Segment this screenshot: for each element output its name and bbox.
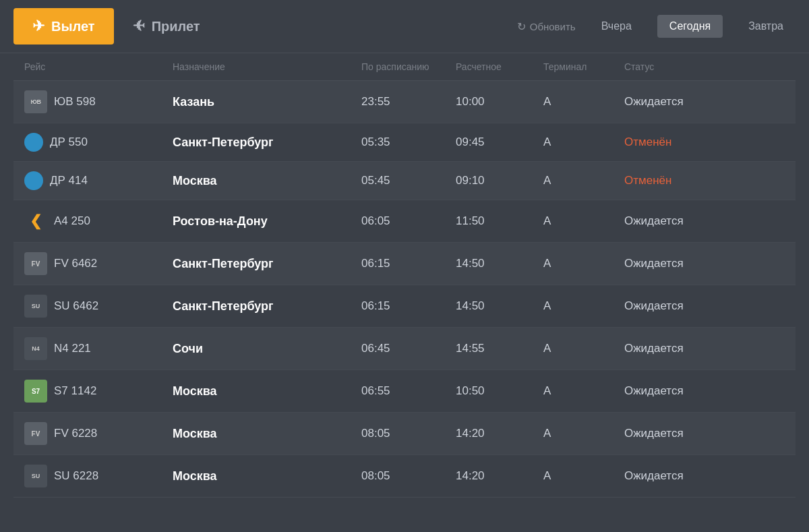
status-cell: Ожидается — [624, 427, 785, 440]
table-row[interactable]: N4 N4 221 Сочи 06:45 14:55 А Ожидается — [13, 328, 796, 370]
terminal-cell: А — [543, 95, 624, 109]
airline-icon — [24, 171, 43, 190]
terminal-cell: А — [543, 427, 624, 440]
status-cell: Ожидается — [624, 95, 785, 109]
col-scheduled: По расписанию — [361, 61, 456, 72]
destination-cell: Ростов-на-Дону — [173, 214, 361, 229]
terminal-cell: А — [543, 257, 624, 270]
table-row[interactable]: SU SU 6228 Москва 08:05 14:20 А Ожидаетс… — [13, 455, 796, 498]
flight-cell: FV FV 6462 — [24, 252, 173, 275]
status-cell: Ожидается — [624, 342, 785, 355]
flight-cell: SU SU 6228 — [24, 465, 173, 487]
scheduled-cell: 05:45 — [361, 174, 456, 187]
terminal-cell: А — [543, 384, 624, 398]
airline-icon: ❮ — [24, 210, 47, 233]
table-row[interactable]: S7 S7 1142 Москва 06:55 10:50 А Ожидаетс… — [13, 370, 796, 413]
flight-cell: ДР 414 — [24, 171, 173, 190]
destination-cell: Москва — [173, 174, 361, 188]
yesterday-button[interactable]: Вчера — [589, 15, 644, 38]
tab-arrival[interactable]: ✈ Прилет — [114, 8, 219, 45]
tomorrow-button[interactable]: Завтра — [736, 15, 796, 38]
scheduled-cell: 06:15 — [361, 299, 456, 313]
col-status: Статус — [624, 61, 785, 72]
flight-number: S7 1142 — [54, 384, 96, 398]
status-cell: Отменён — [624, 174, 785, 187]
flight-number: FV 6228 — [54, 427, 97, 440]
terminal-cell: А — [543, 299, 624, 313]
table-row[interactable]: ЮВ ЮВ 598 Казань 23:55 10:00 А Ожидается — [13, 81, 796, 123]
status-cell: Ожидается — [624, 214, 785, 228]
airline-icon: SU — [24, 295, 47, 318]
flight-number: SU 6228 — [54, 469, 98, 483]
flight-cell: S7 S7 1142 — [24, 380, 173, 403]
flight-cell: FV FV 6228 — [24, 422, 173, 445]
flight-number: А4 250 — [54, 214, 90, 228]
today-button[interactable]: Сегодня — [657, 15, 723, 38]
table-row[interactable]: ДР 550 Санкт-Петербург 05:35 09:45 А Отм… — [13, 123, 796, 162]
flight-cell: N4 N4 221 — [24, 337, 173, 360]
scheduled-cell: 08:05 — [361, 427, 456, 440]
flight-number: ДР 550 — [50, 136, 88, 149]
yesterday-label: Вчера — [601, 20, 632, 32]
scheduled-cell: 06:15 — [361, 257, 456, 270]
flight-cell: ДР 550 — [24, 133, 173, 152]
estimated-cell: 09:45 — [456, 136, 543, 149]
flight-cell: SU SU 6462 — [24, 295, 173, 318]
airline-icon: ЮВ — [24, 90, 47, 113]
scheduled-cell: 05:35 — [361, 136, 456, 149]
status-cell: Ожидается — [624, 469, 785, 483]
header-right: ↻ Обновить Вчера Сегодня Завтра — [517, 15, 796, 38]
destination-cell: Москва — [173, 427, 361, 441]
today-label: Сегодня — [669, 20, 711, 32]
tab-arrival-label: Прилет — [152, 19, 200, 34]
scheduled-cell: 23:55 — [361, 95, 456, 109]
airline-icon — [24, 133, 43, 152]
refresh-button[interactable]: ↻ Обновить — [517, 20, 576, 33]
airline-icon: SU — [24, 465, 47, 487]
scheduled-cell: 06:45 — [361, 342, 456, 355]
destination-cell: Казань — [173, 95, 361, 109]
airline-icon: N4 — [24, 337, 47, 360]
scheduled-cell: 06:55 — [361, 384, 456, 398]
terminal-cell: А — [543, 174, 624, 187]
terminal-cell: А — [543, 342, 624, 355]
table-row[interactable]: ДР 414 Москва 05:45 09:10 А Отменён — [13, 162, 796, 200]
flight-cell: ЮВ ЮВ 598 — [24, 90, 173, 113]
table-row[interactable]: SU SU 6462 Санкт-Петербург 06:15 14:50 А… — [13, 285, 796, 328]
estimated-cell: 09:10 — [456, 174, 543, 187]
flight-number: N4 221 — [54, 342, 91, 355]
table-row[interactable]: FV FV 6462 Санкт-Петербург 06:15 14:50 А… — [13, 243, 796, 285]
estimated-cell: 14:50 — [456, 257, 543, 270]
destination-cell: Санкт-Петербург — [173, 299, 361, 314]
col-flight: Рейс — [24, 61, 173, 72]
terminal-cell: А — [543, 469, 624, 483]
tab-departure[interactable]: ✈ Вылет — [13, 8, 114, 45]
flight-number: SU 6462 — [54, 299, 98, 313]
estimated-cell: 14:50 — [456, 299, 543, 313]
tab-departure-label: Вылет — [51, 19, 95, 34]
departure-icon: ✈ — [32, 18, 44, 35]
destination-cell: Санкт-Петербург — [173, 136, 361, 150]
table-header-row: Рейс Назначение По расписанию Расчетное … — [13, 53, 796, 81]
refresh-label: Обновить — [530, 21, 576, 32]
col-destination: Назначение — [173, 61, 361, 72]
destination-cell: Москва — [173, 384, 361, 398]
table-container: Рейс Назначение По расписанию Расчетное … — [0, 53, 809, 498]
flight-number: FV 6462 — [54, 257, 97, 270]
table-row[interactable]: FV FV 6228 Москва 08:05 14:20 А Ожидаетс… — [13, 413, 796, 455]
tomorrow-label: Завтра — [748, 20, 783, 32]
table-row[interactable]: ❮ А4 250 Ростов-на-Дону 06:05 11:50 А Ож… — [13, 200, 796, 243]
estimated-cell: 10:00 — [456, 95, 543, 109]
flight-number: ДР 414 — [50, 174, 88, 187]
airline-icon: FV — [24, 252, 47, 275]
status-cell: Отменён — [624, 136, 785, 149]
destination-cell: Москва — [173, 469, 361, 483]
estimated-cell: 11:50 — [456, 214, 543, 228]
airline-icon: FV — [24, 422, 47, 445]
col-estimated: Расчетное — [456, 61, 543, 72]
table-body: ЮВ ЮВ 598 Казань 23:55 10:00 А Ожидается… — [13, 81, 796, 498]
flight-number: ЮВ 598 — [54, 95, 96, 109]
arrival-icon: ✈ — [133, 18, 145, 35]
scheduled-cell: 08:05 — [361, 469, 456, 483]
header: ✈ Вылет ✈ Прилет ↻ Обновить Вчера Сегодн… — [0, 0, 809, 53]
